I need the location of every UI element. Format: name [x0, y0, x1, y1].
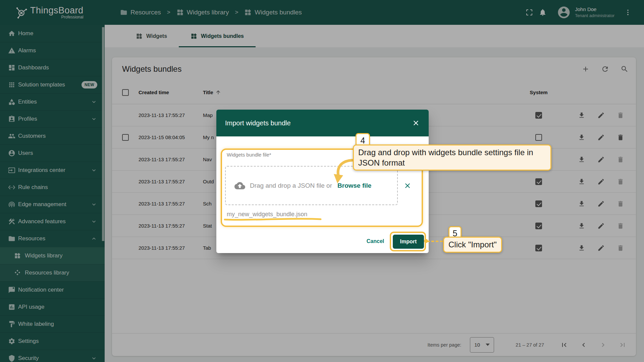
- dialog-close-button[interactable]: [410, 117, 422, 129]
- dropzone-hint: Drag and drop a JSON file or: [250, 182, 332, 189]
- file-field-label: Widgets bundle file*: [227, 152, 271, 158]
- cancel-button[interactable]: Cancel: [361, 235, 390, 248]
- close-icon: [412, 119, 420, 127]
- cloud-upload-icon: [234, 180, 245, 191]
- file-dropzone[interactable]: Drag and drop a JSON file or Browse file: [225, 166, 398, 205]
- dialog-title: Import widgets bundle: [225, 119, 291, 127]
- dialog-header: Import widgets bundle: [216, 110, 429, 136]
- import-button[interactable]: Import: [393, 235, 424, 249]
- clear-file-button[interactable]: [397, 166, 418, 205]
- clear-icon: [404, 182, 412, 190]
- selected-filename: my_new_widgets_bundle.json: [227, 211, 307, 218]
- import-widgets-bundle-dialog: Import widgets bundle Widgets bundle fil…: [216, 110, 429, 253]
- browse-file-button[interactable]: Browse file: [337, 182, 371, 189]
- app-window: ThingsBoard Professional Resources>Widge…: [0, 0, 644, 362]
